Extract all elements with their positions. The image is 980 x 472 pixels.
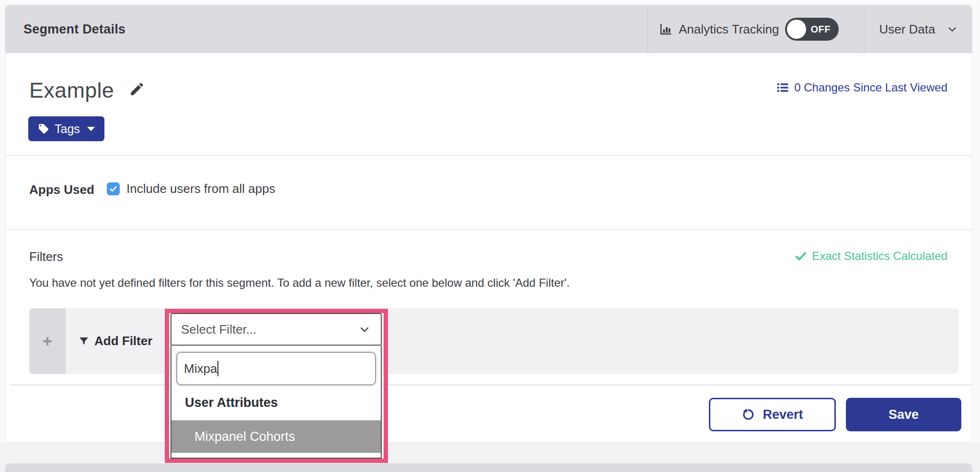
add-filter-plus-button[interactable]	[29, 308, 66, 374]
toggle-knob	[787, 20, 806, 39]
chevron-down-icon	[946, 23, 958, 35]
plus-icon	[41, 335, 54, 348]
filter-search-input[interactable]: Mixpa	[176, 352, 376, 385]
edit-pencil-icon[interactable]	[129, 81, 145, 97]
filter-dropdown-panel: Mixpa User Attributes Mixpanel Cohorts	[171, 346, 382, 459]
search-text: Mixpa	[184, 361, 217, 376]
actions-divider	[11, 384, 972, 385]
add-filter-label: Add Filter	[94, 334, 152, 348]
user-data-dropdown[interactable]: User Data	[865, 5, 972, 53]
content-card: Segment Details Analytics Tracking OFF	[5, 5, 972, 443]
dropdown-group-header: User Attributes	[185, 395, 278, 410]
filter-select[interactable]: Select Filter...	[171, 313, 382, 346]
analytics-tracking-group: Analytics Tracking OFF	[659, 5, 839, 53]
changes-label: 0 Changes Since Last Viewed	[794, 81, 947, 94]
checkmark-icon	[109, 184, 118, 193]
dropdown-option-mixpanel-cohorts[interactable]: Mixpanel Cohorts	[171, 420, 381, 453]
tag-icon	[38, 123, 49, 135]
segment-name: Example	[29, 78, 114, 103]
exact-statistics-status: Exact Statistics Calculated	[795, 249, 947, 263]
section-divider	[5, 155, 972, 156]
analytics-toggle[interactable]: OFF	[785, 18, 839, 41]
filter-funnel-icon	[78, 336, 90, 347]
apps-used-checkbox-row: Include users from all apps	[107, 181, 275, 196]
header-bar: Segment Details Analytics Tracking OFF	[5, 5, 972, 53]
user-data-label: User Data	[879, 22, 935, 37]
revert-label: Revert	[763, 407, 803, 422]
add-filter-row: Add Filter	[29, 308, 958, 374]
filters-empty-message: You have not yet defined filters for thi…	[29, 276, 570, 290]
caret-down-icon	[87, 127, 95, 131]
filter-select-value: Select Filter...	[171, 322, 358, 337]
analytics-tracking-label: Analytics Tracking	[679, 22, 779, 37]
undo-icon	[741, 408, 755, 421]
text-cursor	[217, 361, 218, 376]
toggle-state-label: OFF	[811, 18, 831, 41]
include-all-apps-checkbox[interactable]	[107, 182, 120, 195]
revert-button[interactable]: Revert	[709, 398, 836, 431]
tags-button[interactable]: Tags	[28, 116, 104, 141]
apps-used-label: Apps Used	[29, 182, 94, 197]
header-divider	[647, 5, 648, 53]
save-label: Save	[889, 407, 919, 422]
select-chevron-icon	[358, 323, 371, 336]
add-filter-header: Add Filter	[78, 308, 152, 374]
analytics-icon	[659, 22, 673, 36]
filters-heading: Filters	[29, 249, 63, 264]
segment-details-screen: Segment Details Analytics Tracking OFF	[0, 0, 980, 472]
include-all-apps-label[interactable]: Include users from all apps	[126, 181, 275, 196]
tags-label: Tags	[55, 122, 80, 136]
changes-link[interactable]: 0 Changes Since Last Viewed	[776, 81, 947, 94]
section-divider	[5, 229, 972, 230]
check-icon	[795, 250, 807, 262]
status-label: Exact Statistics Calculated	[812, 249, 947, 263]
footer-bar	[5, 463, 972, 472]
changes-list-icon	[776, 81, 789, 94]
save-button[interactable]: Save	[846, 398, 961, 431]
page-title: Segment Details	[23, 5, 125, 53]
